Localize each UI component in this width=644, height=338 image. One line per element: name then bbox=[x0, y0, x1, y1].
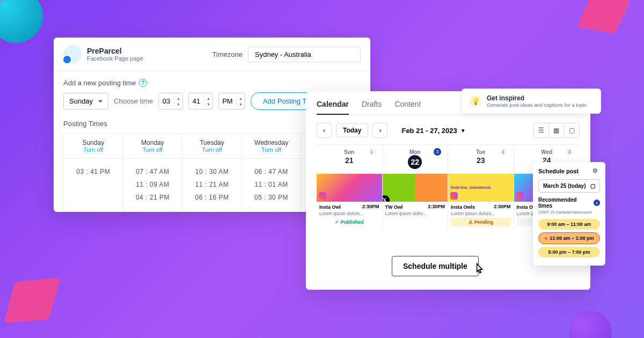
info-icon[interactable]: i bbox=[594, 200, 600, 206]
tab-drafts[interactable]: Drafts bbox=[362, 100, 382, 115]
help-icon[interactable]: ? bbox=[139, 79, 147, 87]
timezone-select[interactable] bbox=[248, 47, 361, 62]
page-avatar bbox=[63, 45, 82, 63]
day-select[interactable]: Sunday bbox=[63, 93, 108, 109]
deco-sphere-ring bbox=[0, 0, 43, 43]
next-week-button[interactable]: › bbox=[372, 123, 387, 138]
schedule-date-input[interactable]: March 25 (today)▢ bbox=[538, 179, 600, 193]
gear-icon[interactable]: ⚙ bbox=[592, 167, 600, 175]
grid-view-icon[interactable]: ▦ bbox=[549, 123, 564, 137]
minute-stepper[interactable]: ▲▼ bbox=[188, 93, 213, 109]
post-card[interactable]: 𝕏 TW Owl2:30PMLorem ipsum dolre... bbox=[383, 174, 449, 229]
time-chip[interactable]: 5:00 pm – 7:00 pm bbox=[538, 247, 600, 258]
add-posting-label: Add a new posting time ? bbox=[63, 79, 361, 87]
panel-timezone: (GMT-7) Canada/Vancouver bbox=[538, 210, 600, 215]
post-card[interactable]: Debt-free. Unbothered. Insta Owls2:30PML… bbox=[448, 174, 514, 229]
x-twitter-icon: 𝕏 bbox=[383, 195, 390, 202]
posting-times-heading: Posting Times bbox=[63, 120, 107, 128]
schedule-multiple-button[interactable]: Schedule multiple bbox=[392, 256, 479, 276]
get-inspired-tooltip[interactable]: 💡 Get inspired Generate post ideas and c… bbox=[462, 89, 601, 114]
page-title: PreParcel bbox=[87, 47, 143, 55]
today-button[interactable]: Today bbox=[336, 123, 368, 137]
lightbulb-icon: 💡 bbox=[470, 95, 481, 107]
post-card[interactable]: Insta Owl2:30PMLorem ipsum dolore...✓ Pu… bbox=[317, 174, 383, 229]
calendar-view-icon[interactable]: ▢ bbox=[564, 123, 579, 137]
ampm-stepper[interactable]: ▲▼ bbox=[218, 93, 245, 109]
date-range[interactable]: Feb 21 - 27, 2023▼ bbox=[401, 127, 465, 135]
prev-week-button[interactable]: ‹ bbox=[317, 123, 332, 138]
turn-off-link[interactable]: Turn off bbox=[67, 146, 120, 153]
turn-off-link[interactable]: Turn off bbox=[127, 146, 179, 153]
calendar-icon: ▢ bbox=[590, 183, 595, 189]
page-subtitle: Facebook Page page bbox=[87, 55, 143, 62]
time-chip-recommended[interactable]: 11:00 am – 1:00 pm bbox=[538, 232, 600, 244]
deco-sphere-purple bbox=[569, 311, 612, 338]
instagram-icon bbox=[319, 192, 326, 200]
cursor-icon bbox=[472, 262, 486, 279]
deco-cube-pink-bl bbox=[4, 278, 61, 324]
choose-time-label: Choose time bbox=[114, 97, 153, 105]
card-header: PreParcel Facebook Page page Timezone bbox=[54, 38, 370, 71]
instagram-icon bbox=[516, 192, 524, 200]
tab-calendar[interactable]: Calendar bbox=[317, 100, 349, 115]
turn-off-link[interactable]: Turn off bbox=[186, 146, 238, 153]
deco-cube-pink bbox=[577, 0, 631, 34]
instagram-icon bbox=[450, 192, 458, 200]
tab-content[interactable]: Content bbox=[394, 100, 421, 115]
list-view-icon[interactable]: ☰ bbox=[534, 123, 549, 137]
schedule-post-panel: Schedule post⚙ March 25 (today)▢ Recomme… bbox=[533, 162, 605, 266]
hour-stepper[interactable]: ▲▼ bbox=[158, 93, 183, 109]
turn-off-link[interactable]: Turn off bbox=[245, 146, 298, 153]
timezone-label: Timezone bbox=[212, 50, 243, 58]
time-chip[interactable]: 9:00 am – 11:00 am bbox=[538, 219, 600, 230]
calendar-card: 💡 Get inspired Generate post ideas and c… bbox=[306, 91, 590, 290]
